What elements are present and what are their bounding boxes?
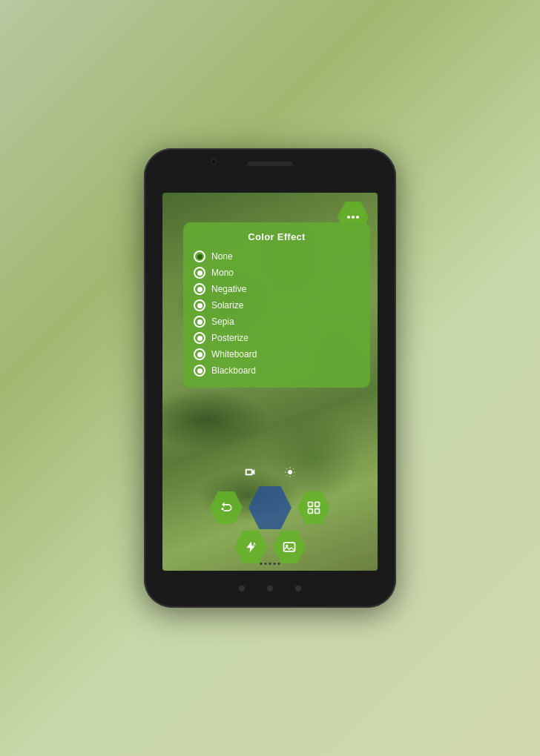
phone-shell: Color Effect None Mono [144, 148, 396, 608]
brightness-icon [284, 466, 296, 478]
effect-none-label: None [211, 251, 233, 262]
effect-none[interactable]: None [194, 248, 360, 265]
radio-blackboard [194, 365, 205, 377]
menu-dots-icon [347, 216, 359, 219]
effect-solarize[interactable]: Solarize [194, 297, 360, 314]
phone-screen: Color Effect None Mono [162, 193, 378, 571]
radio-posterize-inner [197, 336, 202, 341]
gallery-button[interactable] [273, 531, 306, 563]
nav-dot-home[interactable] [267, 586, 273, 591]
svg-point-1 [221, 508, 223, 510]
radio-negative-inner [197, 287, 202, 292]
controls-top-row [237, 460, 303, 485]
radio-whiteboard-inner [197, 352, 202, 357]
controls-bot-row: A [234, 531, 306, 563]
capture-icon [306, 500, 321, 515]
nav-dots [239, 586, 301, 591]
effect-mono[interactable]: Mono [194, 265, 360, 281]
controls-mid-row [210, 486, 330, 529]
video-button[interactable] [237, 460, 263, 485]
effect-negative[interactable]: Negative [194, 281, 360, 297]
color-effect-popup: Color Effect None Mono [183, 222, 370, 388]
radio-solarize [194, 299, 205, 311]
speaker-top [248, 162, 292, 166]
radio-mono [194, 267, 205, 279]
capture-button[interactable] [297, 491, 330, 524]
svg-rect-4 [309, 509, 313, 514]
effect-sepia-label: Sepia [211, 316, 234, 327]
flip-camera-icon [219, 500, 234, 515]
speaker-bottom [260, 563, 280, 565]
radio-whiteboard [194, 348, 205, 360]
effect-negative-label: Negative [211, 284, 246, 294]
popup-title: Color Effect [194, 231, 360, 242]
effect-solarize-label: Solarize [211, 300, 243, 311]
svg-rect-2 [309, 503, 313, 507]
shutter-button[interactable] [248, 486, 292, 529]
svg-text:A: A [253, 542, 256, 546]
radio-sepia [194, 316, 205, 328]
svg-rect-3 [315, 503, 320, 507]
radio-negative [194, 283, 205, 295]
brightness-button[interactable] [277, 460, 303, 485]
effect-blackboard[interactable]: Blackboard [194, 362, 360, 379]
flash-icon: A [244, 540, 257, 554]
nav-dot-recent[interactable] [295, 586, 301, 591]
effect-whiteboard-label: Whiteboard [211, 349, 257, 359]
effect-posterize-label: Posterize [211, 333, 248, 343]
gallery-icon [282, 540, 297, 554]
effect-blackboard-label: Blackboard [211, 365, 256, 376]
svg-point-0 [288, 470, 292, 474]
flip-camera-button[interactable] [210, 491, 243, 524]
radio-solarize-inner [197, 303, 202, 308]
effect-posterize[interactable]: Posterize [194, 330, 360, 346]
radio-posterize [194, 332, 205, 344]
radio-blackboard-inner [197, 368, 202, 374]
bottom-controls: A [162, 452, 378, 571]
radio-none [194, 251, 205, 262]
radio-none-inner [197, 254, 202, 259]
effect-sepia[interactable]: Sepia [194, 314, 360, 330]
radio-sepia-inner [197, 319, 202, 325]
radio-mono-inner [197, 271, 202, 276]
page-background: Color Effect None Mono [0, 0, 540, 756]
video-icon [244, 466, 256, 478]
effect-whiteboard[interactable]: Whiteboard [194, 346, 360, 362]
effect-mono-label: Mono [211, 268, 234, 278]
flash-button[interactable]: A [234, 531, 267, 563]
nav-dot-back[interactable] [239, 586, 245, 591]
svg-rect-5 [315, 509, 320, 514]
front-camera [211, 159, 217, 165]
